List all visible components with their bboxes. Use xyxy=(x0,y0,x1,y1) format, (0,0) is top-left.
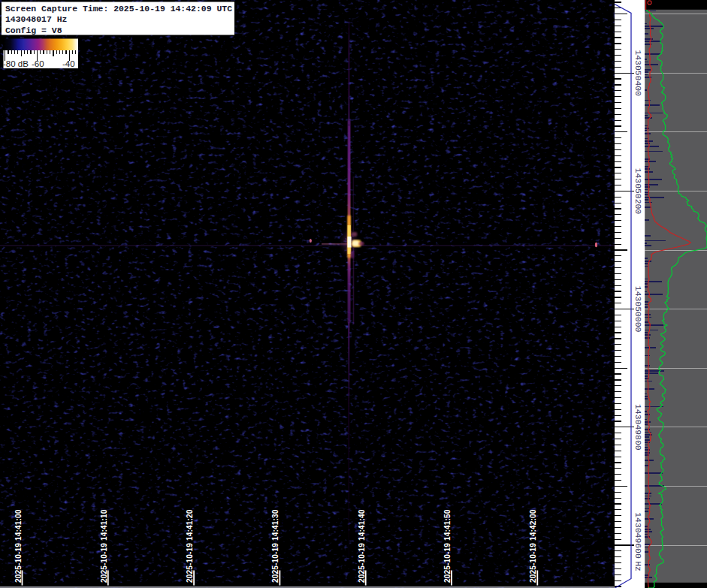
svg-text:Screen Capture Time: 2025-10-1: Screen Capture Time: 2025-10-19 14:42:09… xyxy=(5,4,232,14)
svg-text:-80 dB: -80 dB xyxy=(3,59,29,68)
svg-text:Hz: Hz xyxy=(633,561,642,571)
svg-text:143049600: 143049600 xyxy=(633,512,642,559)
svg-text:2025-10-19 14:41:10: 2025-10-19 14:41:10 xyxy=(100,509,108,583)
svg-text:143048017 Hz: 143048017 Hz xyxy=(5,14,67,24)
svg-text:2025-10-19 14:41:30: 2025-10-19 14:41:30 xyxy=(271,509,279,583)
svg-text:-40: -40 xyxy=(62,59,75,68)
svg-text:2025-10-19 14:41:50: 2025-10-19 14:41:50 xyxy=(443,509,452,583)
svg-text:2025-10-19 14:41:20: 2025-10-19 14:41:20 xyxy=(186,509,194,583)
svg-text:-60: -60 xyxy=(32,59,44,68)
svg-text:2025-10-19 14:41:40: 2025-10-19 14:41:40 xyxy=(358,509,366,583)
svg-text:143049800: 143049800 xyxy=(633,404,642,451)
svg-text:143050400: 143050400 xyxy=(633,50,642,96)
svg-text:2025-10-19 14:41:00: 2025-10-19 14:41:00 xyxy=(14,509,23,583)
svg-text:2025-10-19 14:42:00: 2025-10-19 14:42:00 xyxy=(529,509,537,583)
svg-text:143050000: 143050000 xyxy=(633,286,642,333)
svg-text:Config = V8: Config = V8 xyxy=(5,26,62,35)
svg-text:143050200: 143050200 xyxy=(633,168,642,215)
